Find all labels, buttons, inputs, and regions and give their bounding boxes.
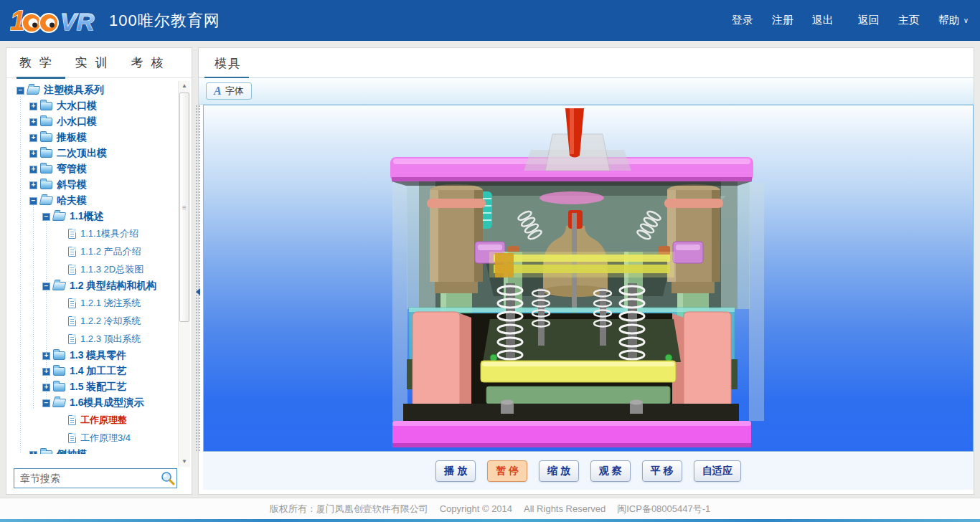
nav-login[interactable]: 登录 xyxy=(732,14,753,27)
document-icon xyxy=(68,265,76,275)
folder-icon xyxy=(53,367,65,376)
tree-item[interactable]: 小水口模 xyxy=(11,114,182,130)
scroll-down-icon[interactable]: ▼ xyxy=(179,457,190,467)
collapse-icon[interactable] xyxy=(42,283,50,290)
nav-register[interactable]: 注册 xyxy=(772,14,793,27)
nav-back[interactable]: 返回 xyxy=(858,14,880,27)
tree-item-label: 1.1.1模具介绍 xyxy=(80,227,138,240)
collapse-icon[interactable] xyxy=(42,399,50,407)
page-footer: 版权所有：厦门凤凰创壹软件有限公司 Copyright © 2014 All R… xyxy=(0,498,980,519)
folder-open-icon xyxy=(52,212,67,221)
icp-number: 闽ICP备08005447号-1 xyxy=(617,503,710,516)
tree-item[interactable]: 1.2.2 冷却系统 xyxy=(11,312,182,330)
folder-icon xyxy=(40,149,52,158)
expand-icon[interactable] xyxy=(29,134,37,142)
tree-item[interactable]: 1.4 加工工艺 xyxy=(11,364,182,379)
expand-icon[interactable] xyxy=(29,150,37,158)
tree-item[interactable]: 侧抽模 xyxy=(11,447,182,454)
3d-viewer-canvas[interactable] xyxy=(203,105,974,452)
observe-button[interactable]: 观 察 xyxy=(590,460,631,482)
site-title: 100唯尔教育网 xyxy=(109,10,220,32)
expand-icon[interactable] xyxy=(42,368,50,376)
document-icon xyxy=(68,415,76,425)
tree-item-label: 工作原理整 xyxy=(80,414,127,427)
folder-icon xyxy=(53,383,65,392)
expand-icon[interactable] xyxy=(29,166,37,174)
search-input[interactable] xyxy=(14,473,159,484)
font-button[interactable]: A 字体 xyxy=(206,82,252,100)
tree-item-label: 注塑模具系列 xyxy=(44,84,104,97)
search-icon[interactable] xyxy=(159,470,176,486)
zoom-button[interactable]: 缩 放 xyxy=(539,460,579,482)
tree-item[interactable]: 1.2.1 浇注系统 xyxy=(11,294,182,312)
nav-home[interactable]: 主页 xyxy=(898,14,920,27)
font-icon: A xyxy=(214,85,222,97)
chevron-down-icon[interactable]: ∨ xyxy=(963,16,969,24)
tree-item[interactable]: 二次顶出模 xyxy=(11,146,182,161)
tree-item[interactable]: 1.3 模具零件 xyxy=(11,348,182,364)
viewer-toolbar: A 字体 xyxy=(199,78,974,105)
tree-item[interactable]: 1.2.3 顶出系统 xyxy=(11,330,182,348)
tree-item[interactable]: 1.5 装配工艺 xyxy=(11,379,182,395)
tree-item-selected[interactable]: 工作原理整 xyxy=(11,411,182,429)
auto-fit-button[interactable]: 自适应 xyxy=(694,460,741,482)
svg-text:VR: VR xyxy=(60,8,95,35)
playback-controls: 播 放 暂 停 缩 放 观 察 平 移 自适应 xyxy=(203,452,974,490)
folder-icon xyxy=(40,118,52,126)
scrollbar-thumb[interactable]: ≡ xyxy=(179,92,189,322)
tree-item-label: 1.3 模具零件 xyxy=(70,349,126,362)
nav-logout[interactable]: 退出 xyxy=(812,14,834,27)
tree-item[interactable]: 注塑模具系列 xyxy=(11,82,182,98)
folder-open-icon xyxy=(27,86,41,95)
sidebar-scrollbar[interactable]: ▲ ≡ ▼ xyxy=(178,81,190,467)
tree-item[interactable]: 弯管模 xyxy=(11,161,182,177)
expand-icon[interactable] xyxy=(42,352,50,360)
tree-item[interactable]: 1.1.2 产品介绍 xyxy=(11,242,182,260)
tree-item[interactable]: 斜导模 xyxy=(11,177,182,193)
document-icon xyxy=(68,229,76,239)
tree-item[interactable]: 大水口模 xyxy=(11,98,182,114)
tree-item[interactable]: 工作原理3/4 xyxy=(11,429,182,447)
expand-icon[interactable] xyxy=(42,384,50,392)
collapse-sidebar-icon[interactable] xyxy=(196,288,200,295)
tab-teaching[interactable]: 教 学 xyxy=(19,54,54,71)
tree-item-label: 1.1概述 xyxy=(70,210,103,223)
top-header: 1 VR 100唯尔教育网 登录 注册 退出 返回 主页 帮助 ∨ xyxy=(0,0,980,41)
logo-100vr-icon: 1 VR xyxy=(10,6,102,36)
expand-icon[interactable] xyxy=(29,181,37,189)
tree-item-label: 1.2.2 冷却系统 xyxy=(80,315,141,328)
scroll-up-icon[interactable]: ▲ xyxy=(179,81,190,91)
tree-item[interactable]: 1.1.3 2D总装图 xyxy=(11,260,182,278)
collapse-icon[interactable] xyxy=(17,87,24,95)
tree-item-label: 1.5 装配工艺 xyxy=(70,381,126,394)
nav-help[interactable]: 帮助 xyxy=(938,14,960,27)
panel-splitter[interactable] xyxy=(195,105,202,452)
tree-item[interactable]: 1.1.1模具介绍 xyxy=(11,224,182,242)
tree-item-label: 1.4 加工工艺 xyxy=(70,365,126,378)
tab-assessment[interactable]: 考 核 xyxy=(131,54,165,71)
tree-item-label: 二次顶出模 xyxy=(57,147,107,160)
pause-button[interactable]: 暂 停 xyxy=(487,460,527,482)
tree-item[interactable]: 1.2 典型结构和机构 xyxy=(11,278,182,294)
site-logo[interactable]: 1 VR xyxy=(10,6,102,36)
folder-open-icon xyxy=(39,196,54,205)
tab-mold[interactable]: 模具 xyxy=(215,55,242,72)
play-button[interactable]: 播 放 xyxy=(435,460,476,482)
folder-icon xyxy=(40,102,52,110)
tree-item[interactable]: 1.1概述 xyxy=(11,209,182,224)
tab-practice[interactable]: 实 训 xyxy=(75,54,110,71)
pan-button[interactable]: 平 移 xyxy=(642,460,682,482)
folder-icon xyxy=(40,450,52,454)
expand-icon[interactable] xyxy=(29,103,37,110)
tree-item[interactable]: 推板模 xyxy=(11,130,182,146)
folder-icon xyxy=(40,165,52,174)
copyright-cn: 版权所有：厦门凤凰创壹软件有限公司 xyxy=(270,503,428,516)
expand-icon[interactable] xyxy=(29,451,37,455)
tree-item[interactable]: 哈夫模 xyxy=(11,193,182,209)
collapse-icon[interactable] xyxy=(29,197,37,205)
document-icon xyxy=(68,247,76,257)
expand-icon[interactable] xyxy=(29,118,37,126)
collapse-icon[interactable] xyxy=(42,213,50,221)
tree-item-label: 推板模 xyxy=(57,131,87,144)
tree-item[interactable]: 1.6模具成型演示 xyxy=(11,395,182,411)
